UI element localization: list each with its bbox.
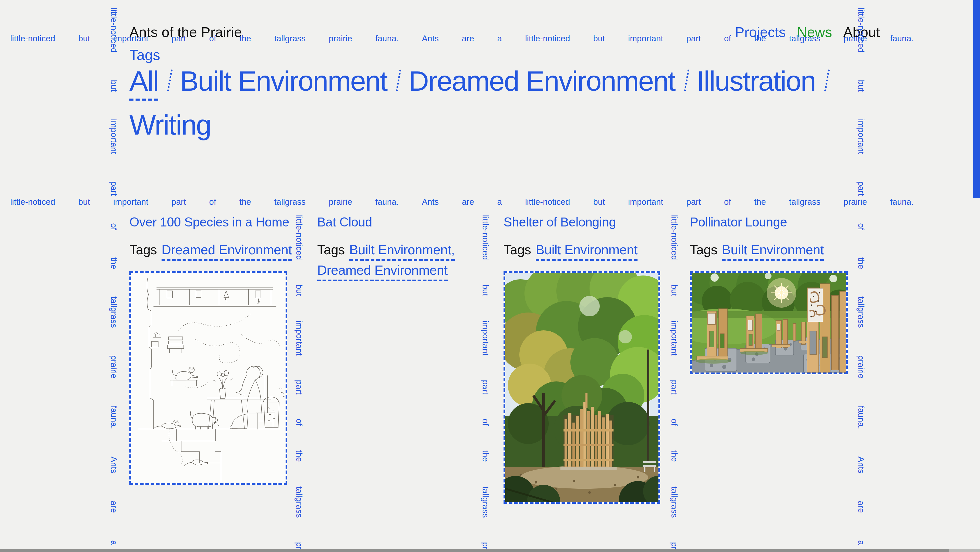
marquee-word: of (724, 34, 731, 43)
marquee-word: are (462, 197, 474, 207)
marquee-word: the (294, 450, 304, 462)
marquee-word: part (294, 380, 304, 394)
marquee-word: but (78, 197, 90, 207)
marquee-word: fauna. (375, 34, 399, 43)
marquee-column-inner-3: little-noticedbutimportantpartofthetallg… (668, 215, 680, 552)
marquee-word: of (109, 223, 119, 230)
filter-link-illustration[interactable]: Illustration (697, 67, 815, 95)
marquee-word: part (686, 197, 701, 207)
project-tag-link-dreamed-environment[interactable]: Dreamed Environment (162, 242, 292, 261)
marquee-word: little-noticed (525, 197, 570, 207)
marquee-word: Ants (109, 456, 119, 473)
marquee-word: are (856, 501, 866, 513)
marquee-column-inner-1: little-noticedbutimportantpartofthetallg… (293, 215, 305, 552)
marquee-word: important (294, 321, 304, 356)
marquee-word: important (480, 321, 490, 356)
marquee-word: a (856, 540, 866, 545)
tags-label: Tags (129, 242, 157, 257)
marquee-word: fauna. (890, 34, 914, 43)
marquee-word: are (109, 501, 119, 513)
marquee-word: the (754, 34, 766, 43)
project-title[interactable]: Shelter of Belonging (504, 214, 616, 230)
project-image-sketch[interactable] (129, 271, 287, 485)
tags-label: Tags (690, 242, 718, 257)
marquee-word: tallgrass (274, 197, 305, 207)
marquee-word: important (628, 197, 663, 207)
filter-list: AllBuilt EnvironmentDreamed EnvironmentI… (129, 67, 923, 149)
marquee-word: part (686, 34, 701, 43)
project-tags-row: TagsBuilt Environment, Dreamed Environme… (317, 239, 476, 280)
horizontal-scrollbar (0, 549, 980, 552)
marquee-row-top: little-noticedbutimportantpartofthetallg… (10, 34, 914, 43)
project-tag-link-built-environment[interactable]: Built Environment, (349, 242, 455, 261)
marquee-word: the (754, 197, 766, 207)
marquee-word: of (670, 419, 679, 426)
marquee-word: fauna. (856, 406, 866, 429)
dotted-separator-icon (824, 69, 830, 91)
marquee-row-middle: little-noticedbutimportantpartofthetallg… (10, 197, 914, 207)
dotted-separator-icon (684, 69, 689, 91)
marquee-word: are (462, 34, 474, 43)
marquee-word: tallgrass (789, 197, 821, 207)
filter-link-dreamed-environment[interactable]: Dreamed Environment (409, 67, 675, 95)
marquee-word: Ants (856, 456, 866, 473)
filter-link-all[interactable]: All (129, 67, 158, 101)
marquee-word: of (209, 197, 216, 207)
filter-row-2: Writing (129, 111, 923, 139)
marquee-word: little-noticed (670, 215, 679, 260)
project-image-forest-tower-photo[interactable] (504, 271, 660, 504)
marquee-word: the (239, 34, 251, 43)
project-tag-link-built-environment[interactable]: Built Environment (536, 242, 638, 261)
marquee-word: but (78, 34, 90, 43)
project-tag-link-dreamed-environment[interactable]: Dreamed Environment (317, 263, 448, 281)
marquee-word: little-noticed (525, 34, 570, 43)
marquee-word: tallgrass (856, 297, 866, 328)
horizontal-scrollbar-thumb[interactable] (0, 549, 950, 552)
project-title[interactable]: Pollinator Lounge (690, 214, 787, 230)
dotted-separator-icon (396, 69, 401, 91)
marquee-word: the (670, 450, 679, 462)
marquee-word: part (856, 181, 866, 196)
marquee-word: prairie (329, 34, 352, 43)
project-title[interactable]: Over 100 Species in a Home (129, 214, 289, 230)
filter-row-1: AllBuilt EnvironmentDreamed EnvironmentI… (129, 67, 923, 101)
marquee-word: of (209, 34, 216, 43)
dotted-separator-icon (167, 69, 173, 91)
marquee-word: Ants (422, 34, 439, 43)
marquee-word: prairie (109, 355, 119, 379)
marquee-word: of (724, 197, 731, 207)
marquee-word: but (480, 284, 490, 296)
filters-heading: Tags (129, 46, 160, 63)
marquee-word: important (109, 119, 119, 154)
project-card-over-100-species: Over 100 Species in a Home TagsDreamed E… (129, 214, 293, 485)
marquee-word: the (239, 197, 251, 207)
project-tag-link-built-environment[interactable]: Built Environment (722, 242, 824, 261)
marquee-word: little-noticed (109, 8, 119, 53)
marquee-word: tallgrass (670, 487, 679, 518)
marquee-word: tallgrass (480, 487, 490, 518)
marquee-word: fauna. (375, 197, 399, 207)
marquee-word: prairie (856, 355, 866, 379)
marquee-word: but (670, 284, 679, 296)
project-title[interactable]: Bat Cloud (317, 214, 372, 230)
marquee-word: tallgrass (294, 487, 304, 518)
marquee-word: the (480, 450, 490, 462)
project-card-shelter-of-belonging: Shelter of Belonging TagsBuilt Environme… (504, 214, 667, 504)
vertical-scrollbar-thumb[interactable] (974, 0, 980, 198)
filter-link-writing[interactable]: Writing (129, 111, 211, 139)
marquee-word: part (670, 380, 679, 394)
marquee-word: part (109, 181, 119, 196)
marquee-column-inner-2: little-noticedbutimportantpartofthetallg… (479, 215, 492, 552)
marquee-word: Ants (422, 197, 439, 207)
marquee-word: important (670, 321, 679, 356)
project-image-pollinator-posts-photo[interactable] (690, 271, 848, 374)
filter-link-built-environment[interactable]: Built Environment (180, 67, 387, 95)
marquee-word: little-noticed (856, 8, 866, 53)
marquee-word: fauna. (890, 197, 914, 207)
tags-label: Tags (317, 242, 345, 257)
marquee-word: but (109, 80, 119, 92)
marquee-word: of (480, 419, 490, 426)
marquee-word: tallgrass (789, 34, 821, 43)
marquee-word: the (109, 257, 119, 269)
marquee-word: of (856, 223, 866, 230)
